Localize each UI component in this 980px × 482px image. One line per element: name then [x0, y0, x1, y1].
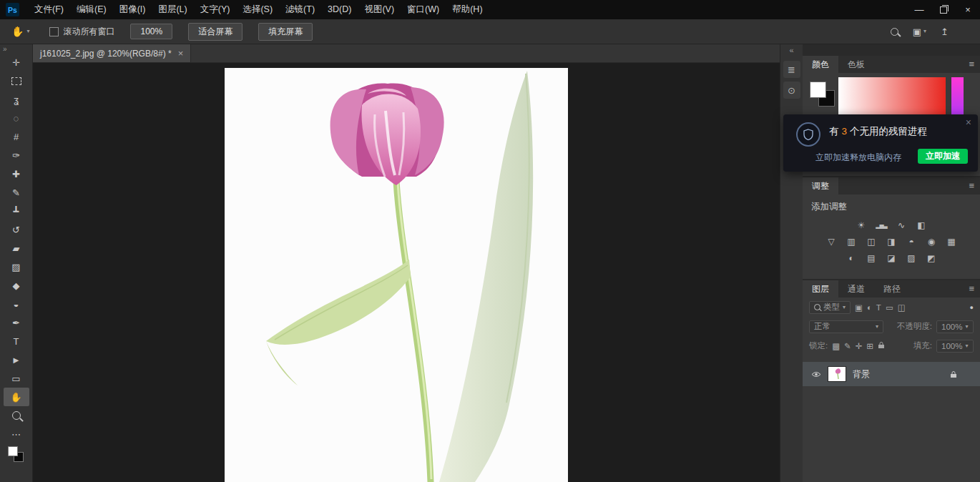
close-button[interactable]: ×: [956, 0, 980, 19]
tab-swatches[interactable]: 色板: [838, 56, 874, 73]
hue-saturation-icon[interactable]: ▥: [844, 235, 858, 249]
levels-icon[interactable]: ▂▅▃: [874, 218, 888, 232]
posterize-icon[interactable]: ▤: [864, 251, 878, 265]
speed-up-button[interactable]: 立即加速: [918, 149, 968, 164]
blend-mode-dropdown[interactable]: 正常 ▾: [809, 320, 883, 333]
tab-color[interactable]: 颜色: [803, 56, 838, 73]
invert-icon[interactable]: ◐: [844, 251, 858, 265]
layer-filter-dropdown[interactable]: 类型 ▾: [809, 301, 851, 314]
edit-toolbar-button[interactable]: ⋯: [4, 425, 29, 443]
menu-help[interactable]: 帮助(H): [446, 0, 489, 19]
collapsed-panel-properties[interactable]: ≣: [783, 61, 800, 78]
menu-window[interactable]: 窗口(W): [401, 0, 446, 19]
toolbar-collapse-button[interactable]: »: [0, 44, 10, 53]
lock-transparent-pixels-icon[interactable]: ▩: [832, 341, 840, 351]
workspace-switcher[interactable]: ▣ ▾: [913, 26, 926, 37]
panel-menu-icon[interactable]: ≡: [969, 280, 974, 297]
menu-file[interactable]: 文件(F): [28, 0, 70, 19]
menu-filter[interactable]: 滤镜(T): [279, 0, 321, 19]
filter-smart-objects-icon[interactable]: ◫: [898, 303, 906, 313]
menu-select[interactable]: 选择(S): [236, 0, 279, 19]
menu-view[interactable]: 视图(V): [358, 0, 401, 19]
filter-adjustment-layers-icon[interactable]: ◐: [867, 303, 872, 312]
gradient-tool[interactable]: ▨: [4, 257, 29, 276]
fill-screen-button[interactable]: 填充屏幕: [258, 23, 313, 41]
menu-type[interactable]: 文字(Y): [194, 0, 237, 19]
tab-adjustments[interactable]: 调整: [803, 177, 838, 195]
active-tool-preset[interactable]: ✋ ▾: [11, 26, 29, 36]
vibrance-icon[interactable]: ▽: [824, 235, 838, 249]
tab-channels[interactable]: 通道: [838, 280, 874, 297]
photo-filter-icon[interactable]: ◓: [904, 235, 918, 249]
canvas[interactable]: [33, 63, 780, 482]
eraser-tool[interactable]: ▰: [4, 239, 29, 257]
lasso-tool[interactable]: ʓ: [4, 90, 29, 109]
popup-link[interactable]: 立即加速释放电脑内存: [815, 152, 901, 164]
eyedropper-tool[interactable]: ✑: [4, 146, 29, 164]
document-tab[interactable]: j161025_2.jpg @ 120%(RGB/8#) * ×: [33, 44, 191, 62]
move-tool[interactable]: ✛: [4, 53, 29, 72]
panel-menu-icon[interactable]: ≡: [969, 56, 974, 73]
brush-tool[interactable]: ✎: [4, 183, 29, 202]
opacity-dropdown[interactable]: 100% ▾: [936, 320, 974, 333]
crop-tool[interactable]: #: [4, 127, 29, 146]
type-tool[interactable]: T: [4, 332, 29, 350]
hand-tool[interactable]: ✋: [4, 388, 29, 406]
zoom-tool[interactable]: [4, 406, 29, 425]
pen-tool[interactable]: ✒: [4, 313, 29, 332]
layer-filter-toggle[interactable]: ●: [970, 304, 974, 311]
scroll-all-windows-checkbox[interactable]: [49, 27, 59, 36]
lock-position-icon[interactable]: ✛: [856, 341, 863, 351]
panels-collapse-button[interactable]: «: [780, 44, 803, 57]
filter-type-layers-icon[interactable]: T: [876, 303, 881, 312]
layer-visibility-eye-icon[interactable]: [811, 368, 821, 380]
minimize-button[interactable]: —: [907, 0, 931, 19]
lock-image-pixels-icon[interactable]: ✎: [844, 341, 851, 351]
tab-layers[interactable]: 图层: [803, 280, 838, 297]
fit-screen-button[interactable]: 适合屏幕: [188, 23, 242, 41]
collapsed-panel-info[interactable]: ⊙: [783, 82, 800, 99]
blur-tool[interactable]: ◆: [4, 276, 29, 295]
path-selection-tool[interactable]: ►: [4, 350, 29, 369]
menu-layer[interactable]: 图层(L): [152, 0, 193, 19]
spot-healing-brush-tool[interactable]: ✚: [4, 164, 29, 183]
selective-color-icon[interactable]: ◩: [924, 251, 939, 265]
curves-icon[interactable]: ∿: [894, 218, 908, 232]
history-brush-tool[interactable]: ↺: [4, 220, 29, 239]
menu-3d[interactable]: 3D(D): [321, 0, 358, 19]
exposure-icon[interactable]: ◧: [914, 218, 928, 232]
brightness-contrast-icon[interactable]: ☀: [854, 218, 868, 232]
tab-close-icon[interactable]: ×: [178, 48, 184, 59]
color-balance-icon[interactable]: ◫: [864, 235, 878, 249]
menu-edit[interactable]: 编辑(E): [70, 0, 113, 19]
layer-row-background[interactable]: 背景: [803, 362, 980, 386]
filter-pixel-layers-icon[interactable]: ▣: [855, 303, 863, 313]
black-white-icon[interactable]: ◨: [884, 235, 898, 249]
lock-all-icon[interactable]: [878, 341, 885, 350]
rectangular-marquee-tool[interactable]: [4, 72, 29, 90]
zoom-100-button[interactable]: 100%: [130, 24, 172, 39]
restore-button[interactable]: [931, 0, 956, 19]
color-lookup-icon[interactable]: ▦: [944, 235, 959, 249]
channel-mixer-icon[interactable]: ◉: [924, 235, 939, 249]
dodge-tool[interactable]: ◒: [4, 295, 29, 313]
threshold-icon[interactable]: ◪: [884, 251, 898, 265]
image-tulip-photo[interactable]: [225, 68, 568, 482]
clone-stamp-tool[interactable]: ┻: [4, 202, 29, 220]
tab-paths[interactable]: 路径: [874, 280, 910, 297]
popup-close-icon[interactable]: ×: [966, 117, 971, 128]
foreground-color-swatch[interactable]: [810, 82, 826, 98]
foreground-background-swatches[interactable]: [8, 446, 24, 463]
filter-shape-layers-icon[interactable]: ▭: [886, 303, 893, 313]
quick-selection-tool[interactable]: ◌: [4, 109, 29, 127]
layer-thumbnail[interactable]: [828, 366, 846, 382]
foreground-color-swatch[interactable]: [8, 446, 18, 456]
menu-image[interactable]: 图像(I): [113, 0, 152, 19]
lock-artboard-icon[interactable]: ⊞: [866, 341, 873, 351]
gradient-map-icon[interactable]: ▨: [904, 251, 918, 265]
share-icon[interactable]: ↥: [941, 26, 949, 37]
panel-menu-icon[interactable]: ≡: [969, 177, 974, 195]
fill-dropdown[interactable]: 100% ▾: [936, 340, 974, 353]
search-icon[interactable]: [891, 28, 898, 36]
rectangle-tool[interactable]: ▭: [4, 369, 29, 388]
